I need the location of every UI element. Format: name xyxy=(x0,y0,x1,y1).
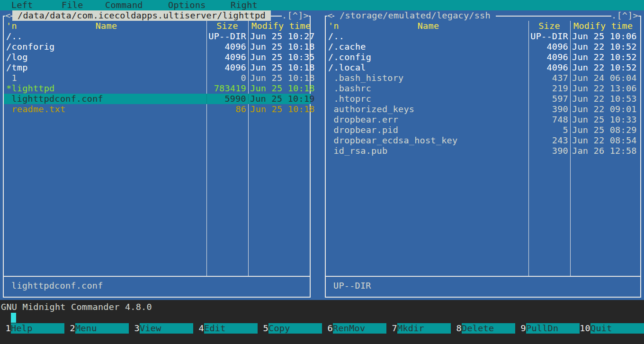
file-row-.bash_history[interactable]: .bash_history437Jun 24 06:04 xyxy=(322,73,644,83)
file-size-cell: 597 xyxy=(528,94,568,104)
file-row-1[interactable]: 10Jun 25 10:18 xyxy=(0,73,322,83)
midnight-commander-screen: LeftFileCommandOptionsRight < /data/data… xyxy=(0,0,644,344)
file-mtime-cell: Jun 24 06:04 xyxy=(572,73,637,83)
file-row-lighttpd[interactable]: *lighttpd783419Jun 25 10:18 xyxy=(0,83,322,94)
file-mtime-cell: Jun 22 08:54 xyxy=(572,135,637,146)
panel-path-title[interactable]: /data/data/com.icecoldapps.ultiserver/li… xyxy=(12,10,271,21)
file-row-authorized_keys[interactable]: authorized_keys390Jun 22 09:01 xyxy=(322,104,644,115)
function-key-label: RenMov xyxy=(333,323,386,334)
function-key-number: 8 xyxy=(451,323,462,334)
panel-updir-decoration[interactable]: .[^]> xyxy=(611,10,638,21)
column-header-name[interactable]: Name xyxy=(6,21,206,31)
menubar-item-options[interactable]: Options xyxy=(168,0,206,10)
function-key-quit[interactable]: 10Quit xyxy=(580,323,644,334)
file-name-cell: readme.txt xyxy=(6,104,65,115)
function-key-pulldn[interactable]: 9PullDn xyxy=(515,323,580,334)
function-key-number: 5 xyxy=(258,323,268,334)
file-row-conforig[interactable]: /conforig4096Jun 25 10:18 xyxy=(0,42,322,52)
file-row-lighttpdconf.conf[interactable]: lighttpdconf.conf5990Jun 25 10:19 xyxy=(0,94,322,104)
file-size-cell: 5990 xyxy=(206,94,246,104)
menubar-item-file[interactable]: File xyxy=(62,0,83,10)
file-mtime-cell: Jun 25 10:18 xyxy=(250,104,315,115)
function-key-label: PullDn xyxy=(526,323,580,334)
file-size-cell: 390 xyxy=(528,104,568,115)
file-mtime-cell: Jun 22 10:52 xyxy=(572,62,637,73)
function-key-help[interactable]: 1Help xyxy=(0,323,64,334)
file-size-cell: 4096 xyxy=(206,52,246,62)
function-key-number: 3 xyxy=(129,323,140,334)
function-key-number: 1 xyxy=(0,323,11,334)
function-key-number: 4 xyxy=(193,323,204,334)
file-name-cell: /.config xyxy=(328,52,371,62)
file-row-tmp[interactable]: /tmp4096Jun 25 10:18 xyxy=(0,62,322,73)
function-key-bar: 1Help2Menu3View4Edit5Copy6RenMov7Mkdir8D… xyxy=(0,323,644,334)
file-mtime-cell: Jun 25 10:27 xyxy=(250,31,315,42)
file-row-.local[interactable]: /.local4096Jun 22 10:52 xyxy=(322,62,644,73)
file-row-.config[interactable]: /.config4096Jun 22 10:52 xyxy=(322,52,644,62)
function-key-number: 9 xyxy=(515,323,526,334)
menubar-item-left[interactable]: Left xyxy=(11,0,33,10)
panel-updir-decoration[interactable]: .[^]> xyxy=(282,10,309,21)
file-row-updir[interactable]: /..UP--DIRJun 25 10:27 xyxy=(0,31,322,42)
file-row-.cache[interactable]: /.cache4096Jun 22 10:52 xyxy=(322,42,644,52)
function-key-delete[interactable]: 8Delete xyxy=(451,323,515,334)
file-row-readme.txt[interactable]: readme.txt86Jun 25 10:18 xyxy=(0,104,322,115)
panel-history-back-arrow[interactable]: < xyxy=(327,10,332,21)
file-size-cell: 783419 xyxy=(206,83,246,94)
file-row-log[interactable]: /log4096Jun 25 10:35 xyxy=(0,52,322,62)
file-mtime-cell: Jun 25 10:35 xyxy=(250,52,315,62)
function-key-edit[interactable]: 4Edit xyxy=(193,323,258,334)
file-name-cell: /.. xyxy=(328,31,344,42)
column-header-mtime[interactable]: Modify time xyxy=(573,21,633,31)
file-size-cell: UP--DIR xyxy=(528,31,568,42)
column-header-size[interactable]: Size xyxy=(528,21,570,31)
file-size-cell: 390 xyxy=(528,146,568,156)
command-line-input[interactable] xyxy=(0,312,644,323)
function-key-renmov[interactable]: 6RenMov xyxy=(322,323,386,334)
function-key-number: 6 xyxy=(322,323,333,334)
file-row-.bashrc[interactable]: .bashrc219Jun 22 13:06 xyxy=(322,83,644,94)
file-size-cell: 4096 xyxy=(206,42,246,52)
file-size-cell: 4096 xyxy=(206,62,246,73)
function-key-label: View xyxy=(140,323,193,334)
mini-status-divider xyxy=(4,276,310,277)
file-row-dropbear_ecdsa_host_key[interactable]: dropbear_ecdsa_host_key243Jun 22 08:54 xyxy=(322,135,644,146)
file-size-cell: 437 xyxy=(528,73,568,83)
function-key-label: Help xyxy=(11,323,64,334)
file-mtime-cell: Jun 25 10:18 xyxy=(250,83,315,94)
function-key-mkdir[interactable]: 7Mkdir xyxy=(386,323,451,334)
file-mtime-cell: Jun 22 10:52 xyxy=(572,42,637,52)
column-header-mtime[interactable]: Modify time xyxy=(251,21,311,31)
function-key-label: Menu xyxy=(75,323,129,334)
file-name-cell: id_rsa.pub xyxy=(328,146,387,156)
app-version-message: GNU Midnight Commander 4.8.0 xyxy=(1,302,152,312)
text-cursor xyxy=(11,313,16,323)
left-file-panel: < /data/data/com.icecoldapps.ultiserver/… xyxy=(0,10,322,300)
menubar-item-command[interactable]: Command xyxy=(105,0,143,10)
column-header-size[interactable]: Size xyxy=(206,21,248,31)
file-row-.htoprc[interactable]: .htoprc597Jun 22 10:53 xyxy=(322,94,644,104)
file-size-cell: 748 xyxy=(528,115,568,125)
column-headers: 'n Name Size Modify time xyxy=(322,21,644,31)
function-key-copy[interactable]: 5Copy xyxy=(258,323,322,334)
file-name-cell: lighttpdconf.conf xyxy=(6,94,103,104)
file-row-dropbear.pid[interactable]: dropbear.pid5Jun 25 08:29 xyxy=(322,125,644,135)
file-size-cell: 243 xyxy=(528,135,568,146)
file-name-cell: /log xyxy=(6,52,28,62)
file-mtime-cell: Jan 26 12:58 xyxy=(572,146,637,156)
file-size-cell: 0 xyxy=(206,73,246,83)
file-row-updir[interactable]: /..UP--DIRJun 25 10:06 xyxy=(322,31,644,42)
file-row-dropbear.err[interactable]: dropbear.err748Jun 25 10:33 xyxy=(322,115,644,125)
file-mtime-cell: Jun 25 10:33 xyxy=(572,115,637,125)
function-key-label: Quit xyxy=(590,323,644,334)
panel-path-title[interactable]: /storage/emulated/legacy/ssh xyxy=(334,10,496,21)
mini-status: UP--DIR xyxy=(333,281,371,291)
function-key-view[interactable]: 3View xyxy=(129,323,193,334)
file-name-cell: dropbear_ecdsa_host_key xyxy=(328,135,457,146)
panel-history-back-arrow[interactable]: < xyxy=(5,10,10,21)
file-row-id_rsa.pub[interactable]: id_rsa.pub390Jan 26 12:58 xyxy=(322,146,644,156)
column-header-name[interactable]: Name xyxy=(328,21,528,31)
function-key-menu[interactable]: 2Menu xyxy=(64,323,129,334)
file-size-cell: 219 xyxy=(528,83,568,94)
menubar-item-right[interactable]: Right xyxy=(231,0,258,10)
